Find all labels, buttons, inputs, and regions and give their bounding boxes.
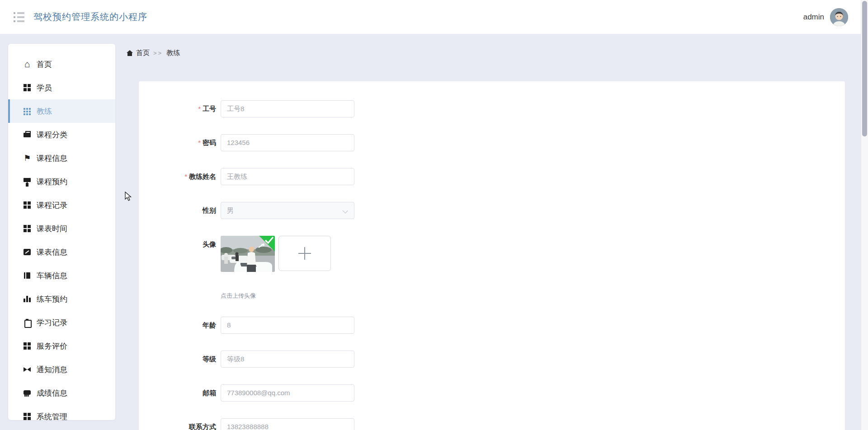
- sidebar-item-label: 服务评价: [37, 341, 67, 351]
- sidebar-item-label: 学习记录: [37, 318, 67, 328]
- sidebar-item-score-info[interactable]: 成绩信息: [8, 381, 115, 405]
- field-label: *密码: [139, 134, 216, 151]
- field-label: *工号: [139, 100, 216, 117]
- sidebar-item-label: 课表信息: [37, 247, 67, 257]
- sidebar-item-label: 课表时间: [37, 224, 67, 234]
- chart-line-icon: [23, 248, 31, 256]
- sidebar-item-service-reviews[interactable]: 服务评价: [8, 334, 115, 358]
- coach-name-input[interactable]: 王教练: [221, 168, 354, 185]
- app-title: 驾校预约管理系统的小程序: [33, 11, 147, 23]
- required-asterisk: *: [198, 105, 201, 112]
- breadcrumb-current: 教练: [166, 49, 180, 57]
- field-label: *年龄: [139, 317, 216, 334]
- form-row-password: *密码 123456: [139, 134, 845, 151]
- email-input[interactable]: 773890008@qq.com: [221, 384, 354, 402]
- sidebar-item-label: 练车预约: [37, 294, 67, 304]
- flag-icon: [23, 154, 31, 162]
- grid4-icon: [23, 412, 31, 420]
- avatar-image: [830, 8, 848, 26]
- book-icon: [23, 271, 31, 280]
- gender-select[interactable]: 男: [221, 202, 354, 219]
- sidebar-item-timetable-time[interactable]: 课表时间: [8, 217, 115, 240]
- chevron-down-icon: [342, 208, 348, 213]
- breadcrumb-separator: >>: [153, 50, 163, 56]
- field-label: *联系方式: [139, 418, 216, 430]
- sidebar-item-label: 首页: [37, 59, 52, 70]
- home-icon: [23, 60, 31, 68]
- sidebar-item-course-category[interactable]: 课程分类: [8, 123, 115, 146]
- sidebar-item-course-booking[interactable]: 课程预约: [8, 170, 115, 193]
- form-row-email: *邮箱 773890008@qq.com: [139, 384, 845, 402]
- sidebar-item-coaches[interactable]: 教练: [8, 99, 115, 123]
- sidebar: 首页 学员 教练 课程分类 课程信息 课程预约 课程记录 课表时间 课表信息 车…: [8, 44, 115, 420]
- megaphone-icon: [23, 365, 31, 374]
- sidebar-item-home[interactable]: 首页: [8, 52, 115, 76]
- home-icon: [127, 50, 133, 56]
- required-asterisk: *: [198, 139, 201, 146]
- password-input[interactable]: 123456: [221, 134, 354, 151]
- grid4-icon: [23, 224, 31, 233]
- form-row-age: *年龄 8: [139, 317, 845, 334]
- coach-form: *工号 工号8 *密码 123456 *教练姓名 王教练 *性别 男 *头像: [139, 81, 845, 430]
- age-input[interactable]: 8: [221, 317, 354, 334]
- content-card: *工号 工号8 *密码 123456 *教练姓名 王教练 *性别 男 *头像: [139, 81, 845, 430]
- sidebar-item-system-admin[interactable]: 系统管理: [8, 405, 115, 420]
- form-row-gender: *性别 男: [139, 202, 845, 219]
- form-row-coach-name: *教练姓名 王教练: [139, 168, 845, 185]
- sidebar-nav: 首页 学员 教练 课程分类 课程信息 课程预约 课程记录 课表时间 课表信息 车…: [8, 44, 115, 420]
- level-input[interactable]: 等级8: [221, 351, 354, 368]
- field-label: *教练姓名: [139, 168, 216, 185]
- menu-toggle-icon[interactable]: [14, 12, 25, 22]
- form-row-job-number: *工号 工号8: [139, 100, 845, 117]
- breadcrumb-home[interactable]: 首页: [136, 49, 150, 57]
- sidebar-item-label: 课程分类: [37, 130, 67, 140]
- upload-avatar-button[interactable]: [278, 236, 331, 271]
- form-row-avatar: *头像: [139, 236, 845, 300]
- breadcrumb: 首页 >> 教练: [127, 47, 180, 59]
- job-number-input[interactable]: 工号8: [221, 100, 354, 117]
- message-icon: [23, 389, 31, 397]
- sidebar-item-label: 教练: [37, 106, 52, 117]
- sidebar-item-label: 成绩信息: [37, 388, 67, 398]
- briefcase-icon: [23, 131, 31, 139]
- sidebar-item-course-records[interactable]: 课程记录: [8, 193, 115, 217]
- top-header: 驾校预约管理系统的小程序 admin: [0, 0, 868, 34]
- sidebar-item-timetable-info[interactable]: 课表信息: [8, 240, 115, 264]
- user-avatar[interactable]: [830, 8, 848, 26]
- grid4-icon: [23, 342, 31, 350]
- sidebar-item-label: 系统管理: [37, 411, 67, 421]
- sidebar-item-label: 学员: [37, 83, 52, 93]
- required-asterisk: *: [184, 173, 187, 180]
- grid4-icon: [23, 201, 31, 209]
- form-row-level: *等级 等级8: [139, 351, 845, 368]
- sidebar-item-practice-booking[interactable]: 练车预约: [8, 287, 115, 311]
- phone-input[interactable]: 13823888888: [221, 418, 354, 430]
- username-label: admin: [803, 13, 824, 22]
- sidebar-item-students[interactable]: 学员: [8, 76, 115, 99]
- coach-photo: [221, 236, 275, 272]
- sidebar-item-label: 车辆信息: [37, 271, 67, 281]
- grid9-icon: [23, 107, 31, 115]
- field-label: *等级: [139, 351, 216, 368]
- scrollbar-thumb[interactable]: [862, 1, 867, 136]
- sidebar-item-study-records[interactable]: 学习记录: [8, 311, 115, 334]
- sidebar-item-label: 课程预约: [37, 177, 67, 187]
- sidebar-item-course-info[interactable]: 课程信息: [8, 146, 115, 170]
- mouse-cursor: [125, 192, 134, 201]
- sidebar-item-notifications[interactable]: 通知消息: [8, 358, 115, 381]
- plus-icon: [298, 247, 311, 260]
- sidebar-item-label: 通知消息: [37, 365, 67, 375]
- bar-chart-icon: [23, 295, 31, 303]
- field-label: *性别: [139, 202, 216, 219]
- avatar-photo-thumbnail[interactable]: [221, 236, 275, 272]
- sidebar-item-label: 课程信息: [37, 153, 67, 164]
- clipboard-icon: [23, 318, 31, 327]
- monitor-icon: [23, 178, 31, 186]
- form-row-phone: *联系方式 13823888888: [139, 418, 845, 430]
- grid4-icon: [23, 84, 31, 92]
- upload-hint: 点击上传头像: [221, 292, 331, 300]
- page-scrollbar[interactable]: [861, 0, 868, 430]
- field-label: *头像: [139, 236, 216, 253]
- field-label: *邮箱: [139, 384, 216, 402]
- sidebar-item-vehicle-info[interactable]: 车辆信息: [8, 264, 115, 287]
